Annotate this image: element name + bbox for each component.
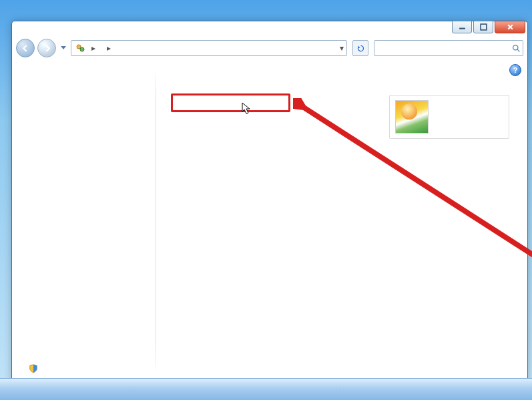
chevron-right-icon: ▸ (89, 41, 98, 55)
parental-controls-link[interactable] (29, 364, 150, 373)
control-panel-icon (74, 42, 86, 54)
search-box[interactable] (374, 40, 523, 56)
user-card (389, 95, 509, 139)
see-also-label (29, 356, 150, 360)
history-dropdown[interactable] (59, 41, 68, 55)
nav-row: ▸ ▸ ▾ (16, 38, 523, 58)
back-button[interactable] (16, 39, 35, 57)
chevron-down-icon[interactable]: ▾ (337, 41, 346, 55)
sidebar (13, 60, 156, 381)
window-controls (452, 21, 525, 33)
minimize-button[interactable] (452, 21, 472, 33)
svg-rect-0 (459, 28, 465, 29)
search-icon (509, 44, 523, 53)
taskbar[interactable] (0, 378, 532, 400)
help-icon[interactable]: ? (509, 64, 521, 76)
annotation-highlight-box (171, 93, 290, 112)
breadcrumb[interactable]: ▸ ▸ ▾ (71, 40, 347, 56)
svg-point-6 (513, 45, 517, 49)
sidebar-footer (29, 356, 150, 373)
breadcrumb-seg-2[interactable] (113, 41, 119, 55)
svg-line-7 (517, 49, 519, 51)
cursor-icon (242, 102, 254, 117)
shield-icon (29, 364, 38, 373)
close-button[interactable] (495, 21, 525, 33)
chevron-right-icon: ▸ (104, 41, 113, 55)
refresh-button[interactable] (352, 40, 368, 56)
explorer-window: ▸ ▸ ▾ (11, 21, 528, 383)
forward-button[interactable] (37, 39, 56, 57)
search-input[interactable] (374, 43, 509, 53)
main-panel: ? (156, 60, 527, 381)
avatar[interactable] (395, 100, 429, 134)
maximize-button[interactable] (473, 21, 493, 33)
svg-rect-1 (481, 24, 487, 30)
breadcrumb-seg-1[interactable] (98, 41, 104, 55)
content-area: ? (13, 60, 527, 381)
